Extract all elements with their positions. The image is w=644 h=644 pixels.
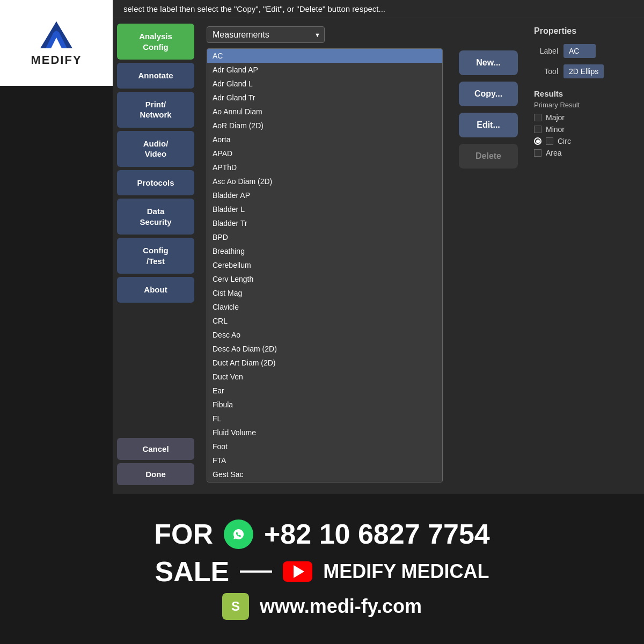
new-button[interactable]: New... bbox=[459, 50, 518, 75]
copy-button[interactable]: Copy... bbox=[459, 82, 518, 106]
phone-text: +82 10 6827 7754 bbox=[264, 518, 490, 550]
sale-divider bbox=[240, 570, 272, 573]
measurements-list[interactable]: AC Adr Gland AP Adr Gland L Adr Gland Tr… bbox=[207, 48, 443, 482]
content-area: AnalysisConfig Annotate Print/Network Au… bbox=[113, 18, 644, 491]
center-panel: Measurements AC Adr Gland AP Adr Gland L… bbox=[199, 18, 451, 491]
results-title: Results bbox=[534, 89, 636, 98]
list-item[interactable]: Ear bbox=[207, 384, 442, 398]
list-item[interactable]: Fluid Volume bbox=[207, 426, 442, 440]
sidebar: AnalysisConfig Annotate Print/Network Au… bbox=[113, 18, 199, 491]
sidebar-btn-protocols[interactable]: Protocols bbox=[117, 170, 194, 196]
youtube-icon bbox=[283, 561, 312, 582]
for-text: FOR bbox=[154, 518, 213, 550]
list-item[interactable]: Clavicle bbox=[207, 300, 442, 314]
shopify-icon: S bbox=[222, 593, 249, 620]
medify-logo-icon bbox=[35, 19, 78, 51]
list-item[interactable]: Foot bbox=[207, 440, 442, 453]
sale-text: SALE bbox=[155, 555, 229, 588]
list-item[interactable]: Cerebellum bbox=[207, 258, 442, 272]
list-item[interactable]: Bladder L bbox=[207, 202, 442, 216]
result-row-minor: Minor bbox=[534, 125, 636, 134]
label-field-label: Label bbox=[534, 47, 558, 55]
list-item[interactable]: HC bbox=[207, 481, 442, 482]
medify-medical-text: MEDIFY MEDICAL bbox=[323, 560, 489, 583]
list-item[interactable]: Breathing bbox=[207, 244, 442, 258]
action-buttons-panel: New... Copy... Edit... Delete bbox=[451, 18, 526, 491]
ad-bar: FOR +82 10 6827 7754 SALE MEDIFY MEDICAL… bbox=[0, 494, 644, 644]
instruction-text: select the label then select the "Copy",… bbox=[123, 4, 385, 13]
area-checkbox[interactable] bbox=[534, 149, 541, 157]
minor-label: Minor bbox=[546, 125, 565, 134]
properties-title: Properties bbox=[534, 26, 636, 36]
label-field-value: AC bbox=[564, 44, 596, 58]
label-row: Label AC bbox=[534, 44, 636, 58]
major-checkbox[interactable] bbox=[534, 114, 541, 121]
sidebar-btn-data-security[interactable]: DataSecurity bbox=[117, 199, 194, 235]
website-row: S www.medi-fy.com bbox=[222, 593, 422, 620]
measurements-select[interactable]: Measurements bbox=[207, 26, 325, 43]
measurements-select-wrapper[interactable]: Measurements bbox=[207, 26, 325, 43]
result-row-area: Area bbox=[534, 149, 636, 157]
list-item[interactable]: Desc Ao Diam (2D) bbox=[207, 342, 442, 356]
list-item[interactable]: Desc Ao bbox=[207, 328, 442, 342]
sidebar-btn-config-test[interactable]: Config/Test bbox=[117, 238, 194, 274]
main-panel: select the label then select the "Copy",… bbox=[113, 0, 644, 494]
list-item[interactable]: Asc Ao Diam (2D) bbox=[207, 174, 442, 188]
website-text: www.medi-fy.com bbox=[260, 595, 422, 618]
list-item[interactable]: AoR Diam (2D) bbox=[207, 119, 442, 133]
list-item[interactable]: APAD bbox=[207, 147, 442, 160]
cancel-button[interactable]: Cancel bbox=[117, 438, 194, 460]
list-item[interactable]: BPD bbox=[207, 230, 442, 244]
list-item[interactable]: Bladder AP bbox=[207, 188, 442, 202]
list-item[interactable]: Adr Gland L bbox=[207, 77, 442, 91]
dropdown-row: Measurements bbox=[207, 26, 443, 43]
delete-button[interactable]: Delete bbox=[459, 144, 518, 169]
tool-field-value: 2D Ellips bbox=[564, 64, 604, 78]
sidebar-btn-print-network[interactable]: Print/Network bbox=[117, 92, 194, 128]
list-item[interactable]: Duct Ven bbox=[207, 370, 442, 384]
list-item[interactable]: Bladder Tr bbox=[207, 216, 442, 230]
major-label: Major bbox=[546, 113, 565, 122]
sidebar-btn-about[interactable]: About bbox=[117, 277, 194, 303]
list-item[interactable]: Adr Gland Tr bbox=[207, 91, 442, 105]
result-row-circ: Circ bbox=[534, 137, 636, 145]
tool-field-label: Tool bbox=[534, 67, 558, 76]
whatsapp-icon bbox=[224, 519, 253, 549]
results-section: Results Primary Result Major Minor Circ bbox=[534, 89, 636, 157]
circ-radio[interactable] bbox=[534, 137, 541, 145]
sale-row: SALE MEDIFY MEDICAL bbox=[155, 555, 489, 588]
circ-label: Circ bbox=[558, 137, 571, 145]
for-sale-row: FOR +82 10 6827 7754 bbox=[154, 518, 490, 550]
tool-row: Tool 2D Ellips bbox=[534, 64, 636, 78]
instruction-bar: select the label then select the "Copy",… bbox=[113, 0, 644, 18]
properties-panel: Properties Label AC Tool 2D Ellips Resul… bbox=[526, 18, 644, 491]
list-item[interactable]: Duct Art Diam (2D) bbox=[207, 356, 442, 370]
circ-checkbox[interactable] bbox=[546, 137, 553, 145]
youtube-play-icon bbox=[294, 565, 304, 578]
edit-button[interactable]: Edit... bbox=[459, 113, 518, 137]
logo-area: MEDIFY bbox=[0, 0, 113, 86]
sidebar-btn-audio-video[interactable]: Audio/Video bbox=[117, 131, 194, 167]
list-item[interactable]: Adr Gland AP bbox=[207, 63, 442, 77]
list-item[interactable]: FTA bbox=[207, 453, 442, 467]
list-item[interactable]: Aorta bbox=[207, 133, 442, 147]
list-item[interactable]: APThD bbox=[207, 160, 442, 174]
list-item[interactable]: Fibula bbox=[207, 398, 442, 412]
result-row-major: Major bbox=[534, 113, 636, 122]
minor-checkbox[interactable] bbox=[534, 126, 541, 133]
area-label: Area bbox=[546, 149, 562, 157]
primary-result-title: Primary Result bbox=[534, 101, 636, 109]
list-item[interactable]: Gest Sac bbox=[207, 467, 442, 481]
sidebar-btn-analysis-config[interactable]: AnalysisConfig bbox=[117, 24, 194, 60]
list-item[interactable]: Ao Annul Diam bbox=[207, 105, 442, 119]
list-item[interactable]: Cerv Length bbox=[207, 272, 442, 286]
brand-name: MEDIFY bbox=[31, 53, 82, 67]
list-item[interactable]: Cist Mag bbox=[207, 286, 442, 300]
list-item[interactable]: AC bbox=[207, 49, 442, 63]
list-item[interactable]: CRL bbox=[207, 314, 442, 328]
sidebar-bottom-actions: Cancel Done bbox=[117, 438, 194, 485]
sidebar-btn-annotate[interactable]: Annotate bbox=[117, 63, 194, 89]
list-item[interactable]: FL bbox=[207, 412, 442, 426]
done-button[interactable]: Done bbox=[117, 463, 194, 485]
